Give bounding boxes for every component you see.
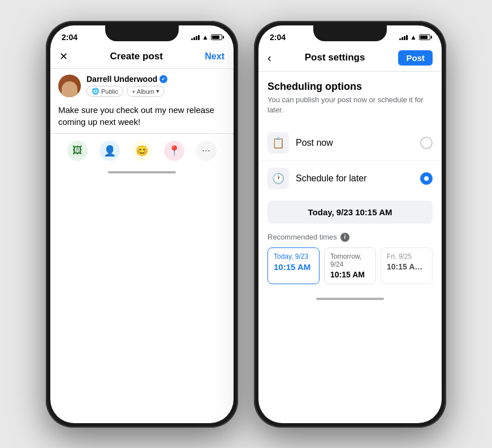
home-indicator bbox=[108, 171, 176, 173]
scheduling-desc: You can publish your post now or schedul… bbox=[267, 95, 433, 115]
time-slot-tomorrow[interactable]: Tomorrow, 9/24 10:15 AM bbox=[324, 247, 376, 284]
post-text[interactable]: Make sure you check out my new release c… bbox=[50, 101, 234, 133]
author-info: Darrell Underwood ✓ 🌐 Public + Album ▾ bbox=[87, 75, 167, 97]
status-icons-right: ▲ bbox=[399, 33, 430, 41]
post-author-row: Darrell Underwood ✓ 🌐 Public + Album ▾ bbox=[50, 69, 234, 101]
post-settings-header: ‹ Post settings Post bbox=[258, 46, 442, 72]
create-post-screen: ✕ Create post Next Darrell Underwood bbox=[50, 46, 234, 173]
slot-date-tomorrow: Tomorrow, 9/24 bbox=[330, 253, 370, 268]
scheduling-title: Scheduling options bbox=[267, 81, 433, 93]
schedule-later-option[interactable]: 🕐 Schedule for later bbox=[267, 161, 433, 196]
author-tags: 🌐 Public + Album ▾ bbox=[87, 86, 167, 97]
gallery-button[interactable]: 🖼 bbox=[67, 141, 88, 161]
wifi-icon-right: ▲ bbox=[410, 33, 417, 41]
back-button[interactable]: ‹ bbox=[267, 51, 271, 64]
scene: 2:04 ▲ ✕ bbox=[46, 21, 446, 428]
close-button[interactable]: ✕ bbox=[59, 50, 68, 63]
notch bbox=[105, 25, 179, 41]
post-now-radio[interactable] bbox=[420, 137, 433, 149]
status-icons-left: ▲ bbox=[191, 33, 222, 41]
signal-icon-left bbox=[191, 34, 200, 40]
more-options-button[interactable]: ··· bbox=[196, 141, 217, 161]
public-tag[interactable]: 🌐 Public bbox=[87, 86, 123, 97]
album-tag[interactable]: + Album ▾ bbox=[127, 86, 165, 97]
slot-time-today: 10:15 AM bbox=[274, 262, 313, 272]
slot-date-fri: Fri, 9/25 bbox=[387, 253, 426, 260]
time-slot-today[interactable]: Today, 9/23 10:15 AM bbox=[267, 247, 320, 284]
post-settings-title: Post settings bbox=[305, 52, 365, 63]
post-toolbar: 🖼 👤 😊 📍 ··· bbox=[50, 133, 234, 167]
time-right: 2:04 bbox=[270, 33, 286, 42]
phone-post-settings: 2:04 ▲ ‹ bbox=[254, 21, 446, 428]
signal-icon-right bbox=[399, 34, 408, 40]
post-button[interactable]: Post bbox=[398, 50, 433, 66]
post-settings-screen: ‹ Post settings Post Scheduling options … bbox=[258, 46, 442, 300]
battery-icon-right bbox=[419, 34, 430, 40]
post-now-icon: 📋 bbox=[267, 132, 289, 154]
recommended-times-label: Recommended times i bbox=[267, 233, 433, 242]
phone-create-post: 2:04 ▲ ✕ bbox=[46, 21, 238, 428]
radio-inner bbox=[424, 176, 429, 181]
location-button[interactable]: 📍 bbox=[164, 141, 184, 161]
post-now-option[interactable]: 📋 Post now bbox=[267, 125, 433, 160]
schedule-later-label: Schedule for later bbox=[296, 173, 413, 184]
author-name: Darrell Underwood ✓ bbox=[87, 75, 167, 84]
scheduling-content: Scheduling options You can publish your … bbox=[258, 72, 442, 293]
slot-date-today: Today, 9/23 bbox=[274, 253, 313, 260]
time-slots-row: Today, 9/23 10:15 AM Tomorrow, 9/24 10:1… bbox=[267, 247, 433, 284]
home-indicator-right bbox=[316, 298, 384, 300]
post-now-label: Post now bbox=[296, 138, 413, 148]
create-post-title: Create post bbox=[110, 51, 163, 62]
verified-badge: ✓ bbox=[159, 75, 167, 83]
next-button[interactable]: Next bbox=[205, 51, 225, 62]
notch-right bbox=[313, 25, 387, 41]
battery-icon-left bbox=[211, 34, 222, 40]
tag-people-button[interactable]: 👤 bbox=[100, 141, 120, 161]
wifi-icon-left: ▲ bbox=[202, 33, 209, 41]
time-left: 2:04 bbox=[62, 33, 77, 42]
schedule-later-radio[interactable] bbox=[420, 172, 433, 185]
info-icon[interactable]: i bbox=[340, 233, 349, 242]
avatar bbox=[58, 75, 81, 97]
slot-time-fri: 10:15 A… bbox=[387, 262, 426, 271]
time-slot-fri[interactable]: Fri, 9/25 10:15 A… bbox=[381, 247, 433, 284]
emoji-button[interactable]: 😊 bbox=[132, 141, 152, 161]
schedule-later-icon: 🕐 bbox=[267, 168, 289, 189]
scheduled-time-display[interactable]: Today, 9/23 10:15 AM bbox=[267, 201, 433, 224]
slot-time-tomorrow: 10:15 AM bbox=[330, 270, 370, 279]
create-post-header: ✕ Create post Next bbox=[50, 46, 234, 69]
